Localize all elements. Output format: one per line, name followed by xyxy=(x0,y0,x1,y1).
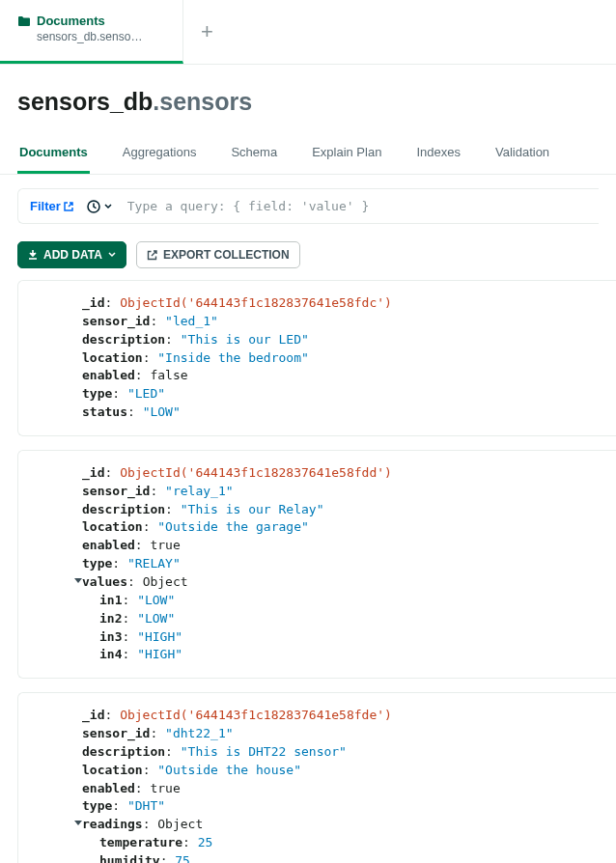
doc-field: in1: "LOW" xyxy=(18,592,606,610)
tab-indexes[interactable]: Indexes xyxy=(414,133,462,174)
field-value: Object xyxy=(157,817,203,831)
field-key: sensor_id xyxy=(82,726,150,740)
document-card[interactable]: _id: ObjectId('644143f1c182837641e58fdd'… xyxy=(17,450,616,679)
field-key: enabled xyxy=(82,781,135,795)
new-tab-button[interactable]: + xyxy=(183,21,231,42)
caret-down-icon[interactable] xyxy=(74,821,82,825)
chevron-down-icon xyxy=(108,252,116,258)
doc-field: enabled: false xyxy=(18,367,606,385)
field-key: enabled xyxy=(82,368,135,382)
download-icon xyxy=(28,250,38,261)
field-key: sensor_id xyxy=(82,484,150,498)
collection-tabs: DocumentsAggregationsSchemaExplain PlanI… xyxy=(0,133,616,175)
action-row: ADD DATA EXPORT COLLECTION xyxy=(0,224,616,280)
field-key: location xyxy=(82,519,143,534)
field-value: "This is our Relay" xyxy=(181,502,324,516)
documents-list: _id: ObjectId('644143f1c182837641e58fdc'… xyxy=(0,280,616,863)
doc-field: description: "This is our LED" xyxy=(18,331,606,349)
db-name: sensors_db xyxy=(17,88,153,115)
doc-field: location: "Outside the garage" xyxy=(18,518,606,537)
doc-field: location: "Inside the bedroom" xyxy=(18,349,606,368)
doc-field: values: Object xyxy=(18,573,606,592)
doc-field: type: "DHT" xyxy=(18,797,606,816)
coll-name: .sensors xyxy=(153,88,252,115)
doc-field: _id: ObjectId('644143f1c182837641e58fdd'… xyxy=(18,464,606,483)
doc-field: description: "This is DHT22 sensor" xyxy=(18,743,606,762)
document-card[interactable]: _id: ObjectId('644143f1c182837641e58fdc'… xyxy=(17,280,616,436)
field-key: type xyxy=(82,386,112,401)
field-value: ObjectId('644143f1c182837641e58fdc') xyxy=(120,295,392,310)
field-key: sensor_id xyxy=(82,314,150,328)
tab-validation[interactable]: Validation xyxy=(493,133,551,174)
history-button[interactable] xyxy=(87,200,112,213)
field-key: in2 xyxy=(99,611,122,626)
doc-field: status: "LOW" xyxy=(18,404,606,422)
field-value: "Inside the bedroom" xyxy=(157,350,309,365)
field-value: "HIGH" xyxy=(137,647,182,661)
field-key: enabled xyxy=(82,538,135,552)
field-key: location xyxy=(82,350,143,365)
doc-field: in2: "LOW" xyxy=(18,610,606,628)
field-key: in3 xyxy=(99,629,122,644)
field-value: ObjectId('644143f1c182837641e58fde') xyxy=(120,708,392,722)
doc-field: sensor_id: "relay_1" xyxy=(18,483,606,501)
tab-schema[interactable]: Schema xyxy=(229,133,279,174)
query-input[interactable]: Type a query: { field: 'value' } xyxy=(127,199,587,213)
field-value: 75 xyxy=(175,853,190,863)
field-key: _id xyxy=(82,295,104,310)
add-data-button[interactable]: ADD DATA xyxy=(17,241,126,268)
tab-documents[interactable]: Documents xyxy=(17,133,90,174)
doc-field: in3: "HIGH" xyxy=(18,628,606,647)
caret-down-icon[interactable] xyxy=(74,578,82,583)
doc-field: temperature: 25 xyxy=(18,834,606,852)
export-collection-button[interactable]: EXPORT COLLECTION xyxy=(136,241,300,268)
doc-field: enabled: true xyxy=(18,780,606,798)
external-icon xyxy=(64,202,73,211)
field-value: "DHT" xyxy=(127,798,165,813)
field-value: false xyxy=(150,368,187,382)
field-value: "LOW" xyxy=(143,404,181,419)
folder-icon xyxy=(17,15,31,27)
field-key: description xyxy=(82,502,165,516)
file-tab-title: Documents xyxy=(37,14,105,28)
tab-aggregations[interactable]: Aggregations xyxy=(121,133,199,174)
field-value: "HIGH" xyxy=(137,629,182,644)
field-value: true xyxy=(150,538,180,552)
doc-field: _id: ObjectId('644143f1c182837641e58fde'… xyxy=(18,707,606,725)
field-value: 25 xyxy=(198,835,213,849)
doc-field: readings: Object xyxy=(18,816,606,834)
field-key: type xyxy=(82,798,112,813)
document-card[interactable]: _id: ObjectId('644143f1c182837641e58fde'… xyxy=(17,692,616,863)
page-title: sensors_db.sensors xyxy=(0,65,616,133)
field-key: status xyxy=(82,404,127,419)
chevron-down-icon xyxy=(104,204,112,209)
tab-explain-plan[interactable]: Explain Plan xyxy=(310,133,383,174)
doc-field: in4: "HIGH" xyxy=(18,646,606,664)
field-value: "LOW" xyxy=(137,593,175,607)
doc-field: description: "This is our Relay" xyxy=(18,501,606,519)
file-tab[interactable]: Documents sensors_db.senso… xyxy=(0,0,183,64)
file-tab-subtitle: sensors_db.senso… xyxy=(37,30,165,43)
doc-field: humidity: 75 xyxy=(18,852,606,863)
field-value: "LED" xyxy=(127,386,165,401)
field-key: temperature xyxy=(99,835,182,849)
tabstrip: Documents sensors_db.senso… + xyxy=(0,0,616,65)
clock-icon xyxy=(87,200,100,213)
export-icon xyxy=(147,250,157,261)
field-value: "This is DHT22 sensor" xyxy=(181,744,347,759)
doc-field: sensor_id: "led_1" xyxy=(18,313,606,331)
field-value: "relay_1" xyxy=(165,484,233,498)
field-key: _id xyxy=(82,465,104,480)
field-key: readings xyxy=(82,817,143,831)
field-key: in1 xyxy=(99,593,122,607)
filter-button[interactable]: Filter xyxy=(30,199,73,213)
field-value: true xyxy=(150,781,180,795)
field-key: humidity xyxy=(99,853,160,863)
doc-field: location: "Outside the house" xyxy=(18,762,606,780)
field-value: "dht22_1" xyxy=(165,726,233,740)
field-value: "Outside the garage" xyxy=(157,519,309,534)
filter-bar: Filter Type a query: { field: 'value' } xyxy=(17,188,599,224)
doc-field: type: "LED" xyxy=(18,385,606,404)
doc-field: _id: ObjectId('644143f1c182837641e58fdc'… xyxy=(18,294,606,313)
doc-field: enabled: true xyxy=(18,537,606,555)
